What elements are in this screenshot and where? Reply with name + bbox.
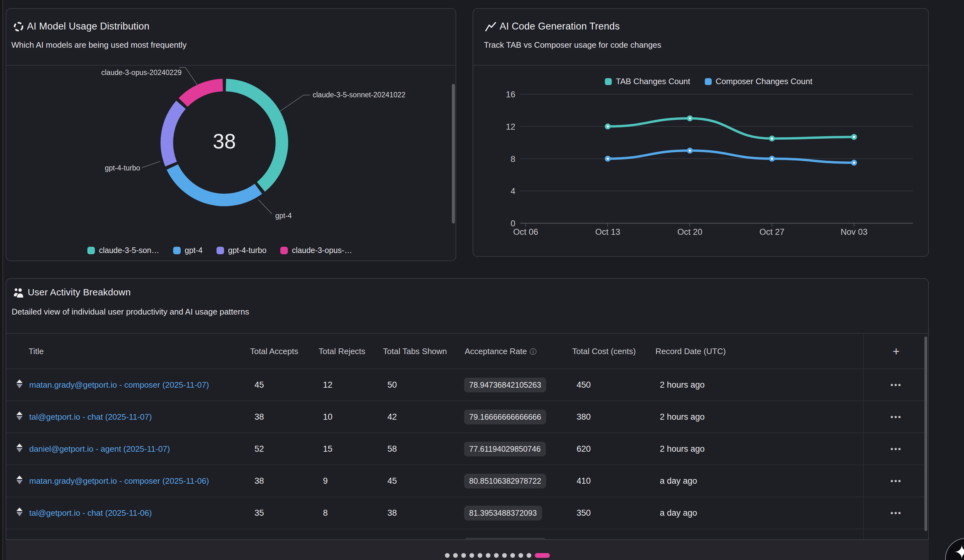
legend-item-Composer Changes Count[interactable]: Composer Changes Count — [705, 76, 813, 86]
model-usage-subtitle: Which AI models are being used most freq… — [11, 40, 187, 50]
cell-total-accepts: 38 — [250, 412, 319, 422]
gem-icon — [6, 507, 25, 519]
code-trends-subtitle: Track TAB vs Composer usage for code cha… — [484, 40, 661, 50]
gem-icon — [6, 443, 25, 455]
row-menu-button[interactable]: ••• — [891, 508, 902, 518]
y-tick-label: 8 — [493, 154, 515, 164]
legend-item-claude-3-5-sonnet-20241022[interactable]: claude-3-5-son… — [87, 246, 159, 255]
y-tick-label: 16 — [493, 90, 515, 99]
user-activity-subtitle: Detailed view of individual user product… — [11, 307, 249, 317]
legend-item-gpt-4-turbo[interactable]: gpt-4-turbo — [217, 246, 267, 255]
row-menu-button[interactable]: ••• — [891, 444, 902, 454]
cell-record-date: 2 hours ago — [655, 444, 863, 454]
add-column-button[interactable]: + — [891, 344, 902, 359]
header-Title[interactable]: Title — [25, 347, 250, 356]
legend-item-claude-3-opus-20240229[interactable]: claude-3-opus-… — [280, 246, 352, 255]
cell-total-rejects: 15 — [319, 444, 383, 454]
cell-record-date: a day ago — [655, 508, 863, 518]
card-scrollbar-thumb[interactable] — [452, 84, 455, 224]
trending-line-icon — [485, 22, 497, 33]
legend-swatch — [173, 247, 181, 254]
cell-total-rejects: 9 — [319, 476, 383, 486]
cell-total-tabs-shown: 58 — [383, 444, 465, 454]
page-dot[interactable] — [478, 553, 482, 558]
cell-total-cost: 380 — [572, 412, 655, 422]
page-left-gutter — [0, 0, 3, 560]
legend-swatch — [705, 78, 712, 85]
dashboard-page: AI Model Usage Distribution Which AI mod… — [0, 0, 964, 560]
cell-total-cost: 450 — [572, 380, 655, 390]
code-trends-title: AI Code Generation Trends — [500, 21, 620, 32]
page-dot[interactable] — [502, 553, 507, 558]
header-Total Cost (cents)[interactable]: Total Cost (cents) — [572, 347, 655, 356]
donut-chart-icon — [13, 21, 24, 33]
table-row: matan.grady@getport.io - composer (2025-… — [6, 368, 928, 401]
callout-gpt-4-turbo: gpt-4-turbo — [105, 164, 140, 172]
row-menu-button[interactable]: ••• — [891, 476, 902, 486]
cell-total-tabs-shown: 42 — [383, 412, 465, 422]
table-row: daniel@getport.io - agent (2025-11-07) 5… — [6, 433, 928, 464]
page-dot[interactable] — [518, 553, 523, 558]
donut-segment-claude-3-opus-20240229[interactable] — [183, 85, 223, 102]
legend-swatch — [87, 247, 95, 254]
cell-record-date: a day ago — [655, 476, 863, 486]
cell-total-tabs-shown: 50 — [383, 380, 465, 390]
page-dot[interactable] — [494, 553, 499, 558]
cell-total-rejects: 8 — [319, 508, 383, 518]
header-Acceptance Rate[interactable]: Acceptance Rateⓘ — [465, 347, 572, 357]
table-header-row: TitleTotal AcceptsTotal RejectsTotal Tab… — [6, 334, 928, 368]
donut-segment-gpt-4[interactable] — [173, 167, 259, 200]
page-dot[interactable] — [469, 553, 474, 558]
acceptance-rate-pill: 77.61194029850746 — [464, 442, 546, 456]
user-activity-table: TitleTotal AcceptsTotal RejectsTotal Tab… — [6, 334, 928, 560]
donut-legend: claude-3-5-son… gpt-4 gpt-4-turbo claude… — [87, 246, 352, 255]
cell-total-accepts: 38 — [250, 476, 319, 486]
info-icon[interactable]: ⓘ — [530, 348, 537, 355]
row-menu-button[interactable]: ••• — [891, 412, 902, 422]
header-Record Date (UTC)[interactable]: Record Date (UTC) — [655, 347, 863, 356]
assistant-fab-button[interactable]: ✦ ✦ — [945, 538, 964, 560]
users-icon — [13, 287, 25, 299]
table-scrollbar-thumb[interactable] — [925, 336, 927, 531]
page-dot[interactable] — [461, 553, 466, 558]
row-title-link[interactable]: tal@getport.io - chat (2025-11-07) — [25, 412, 250, 422]
x-tick-label: Oct 20 — [665, 227, 715, 237]
header-Total Rejects[interactable]: Total Rejects — [319, 347, 383, 356]
row-title-link[interactable]: matan.grady@getport.io - composer (2025-… — [25, 380, 250, 390]
page-dot[interactable] — [510, 553, 515, 558]
legend-item-gpt-4[interactable]: gpt-4 — [173, 246, 203, 255]
user-activity-title: User Activity Breakdown — [28, 287, 131, 297]
page-dot[interactable] — [486, 553, 490, 558]
page-dot[interactable] — [453, 553, 458, 558]
cell-total-cost: 410 — [572, 476, 655, 486]
cell-record-date: 2 hours ago — [655, 380, 863, 390]
acceptance-rate-pill: 79.16666666666666 — [464, 410, 546, 424]
row-title-link[interactable]: daniel@getport.io - agent (2025-11-07) — [25, 444, 250, 454]
x-tick-label: Nov 03 — [829, 227, 879, 237]
cell-total-cost: 350 — [572, 508, 655, 518]
page-dot-active[interactable] — [535, 553, 550, 558]
model-usage-title: AI Model Usage Distribution — [27, 21, 150, 32]
row-menu-button[interactable]: ••• — [891, 380, 902, 390]
legend-item-TAB Changes Count[interactable]: TAB Changes Count — [605, 76, 690, 86]
header-Total Accepts[interactable]: Total Accepts — [250, 347, 319, 356]
cell-total-tabs-shown: 45 — [383, 476, 465, 486]
callout-gpt-4: gpt-4 — [275, 211, 291, 220]
sparkle-icon: ✦ — [954, 541, 964, 560]
donut-segment-gpt-4-turbo[interactable] — [167, 105, 181, 164]
y-tick-label: 4 — [493, 187, 515, 196]
legend-swatch — [217, 247, 224, 254]
callout-claude-3-5-sonnet: claude-3-5-sonnet-20241022 — [313, 91, 405, 99]
page-dot[interactable] — [445, 553, 449, 558]
y-tick-label: 12 — [493, 122, 515, 132]
gem-icon — [6, 475, 25, 487]
cell-total-cost: 620 — [572, 444, 655, 454]
x-tick-label: Oct 27 — [747, 227, 797, 237]
cell-total-accepts: 52 — [250, 444, 319, 454]
header-Total Tabs Shown[interactable]: Total Tabs Shown — [383, 347, 465, 356]
card-header-divider — [6, 65, 456, 66]
page-dot[interactable] — [527, 553, 531, 558]
row-title-link[interactable]: tal@getport.io - chat (2025-11-06) — [25, 508, 250, 518]
donut-center-value: 38 — [193, 129, 256, 153]
row-title-link[interactable]: matan.grady@getport.io - composer (2025-… — [25, 476, 250, 486]
